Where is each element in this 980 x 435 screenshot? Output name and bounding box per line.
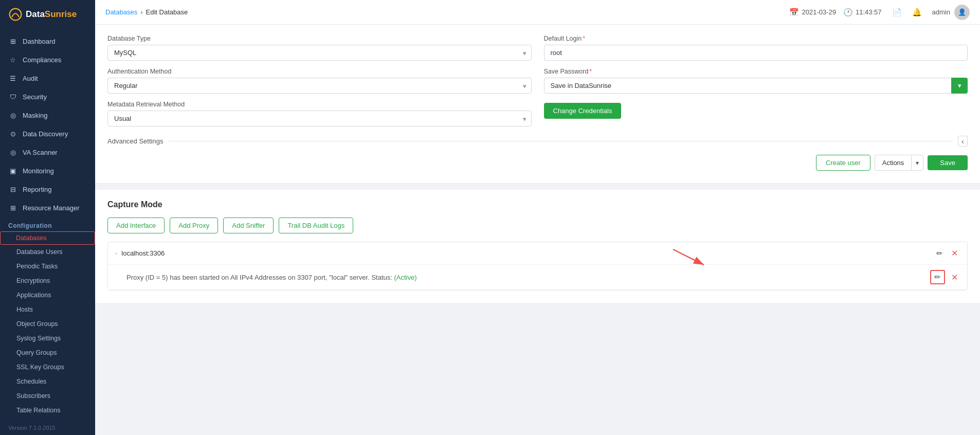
default-login-label: Default Login*: [544, 35, 968, 42]
add-sniffer-button[interactable]: Add Sniffer: [223, 218, 274, 233]
sidebar-item-object-groups[interactable]: Object Groups: [0, 317, 95, 331]
auth-method-group: Authentication Method Regular ▾: [107, 68, 532, 94]
actions-button[interactable]: Actions: [875, 155, 912, 171]
capture-buttons-row: Add Interface Add Proxy Add Sniffer Trai…: [107, 218, 968, 233]
date-item: 📅 2021-03-29: [789, 8, 836, 17]
sidebar-item-audit[interactable]: ☰ Audit: [0, 69, 95, 87]
save-button[interactable]: Save: [928, 155, 968, 170]
topbar-right: 📅 2021-03-29 🕐 11:43:57 📄 🔔 admin 👤: [789, 5, 970, 20]
add-interface-button[interactable]: Add Interface: [107, 218, 165, 233]
server-edit-button[interactable]: ✏: [934, 248, 945, 259]
document-icon[interactable]: 📄: [892, 8, 902, 17]
metadata-label: Metadata Retrieval Method: [107, 101, 532, 108]
sidebar-item-schedules[interactable]: Schedules: [0, 374, 95, 389]
db-type-select[interactable]: MySQL: [107, 45, 532, 61]
sidebar-nav: ⊞ Dashboard ☆ Compliances ☰ Audit 🛡 Secu…: [0, 29, 95, 421]
admin-label: admin: [932, 8, 950, 16]
save-password-select-wrap: Save in DataSunrise ▾: [544, 78, 968, 94]
admin-area[interactable]: admin 👤: [932, 5, 970, 20]
sidebar-item-label: Reporting: [23, 186, 51, 193]
collapse-icon[interactable]: ▫: [115, 250, 117, 257]
proxy-edit-button[interactable]: ✏: [930, 270, 945, 284]
server-row-actions: ✏ ✕: [934, 247, 960, 259]
trail-db-button[interactable]: Trail DB Audit Logs: [279, 218, 353, 233]
capture-mode-title: Capture Mode: [107, 200, 968, 209]
sidebar-item-label: VA Scanner: [23, 149, 58, 156]
sidebar-item-label: Compliances: [23, 56, 61, 64]
sidebar-item-va-scanner[interactable]: ◎ VA Scanner: [0, 143, 95, 161]
date-label: 2021-03-29: [802, 8, 836, 16]
sidebar-item-dashboard[interactable]: ⊞ Dashboard: [0, 32, 95, 50]
sidebar-item-label: Monitoring: [23, 167, 54, 175]
breadcrumb-databases[interactable]: Databases: [105, 8, 137, 16]
bell-icon[interactable]: 🔔: [912, 8, 922, 17]
sidebar-item-periodic-tasks[interactable]: Periodic Tasks: [0, 259, 95, 274]
create-user-button[interactable]: Create user: [816, 155, 870, 171]
add-proxy-button[interactable]: Add Proxy: [170, 218, 218, 233]
sidebar-item-label: Dashboard: [23, 38, 56, 45]
save-password-group: Save Password* Save in DataSunrise ▾: [544, 68, 968, 94]
breadcrumb: Databases › Edit Database: [105, 8, 188, 16]
sidebar-item-databases[interactable]: Databases: [0, 231, 95, 245]
advanced-settings-line: [168, 141, 953, 141]
default-login-input[interactable]: [544, 45, 968, 61]
proxy-detail-left: Proxy (ID = 5) has been started on All I…: [126, 274, 417, 281]
sidebar-item-monitoring[interactable]: ▣ Monitoring: [0, 161, 95, 180]
avatar: 👤: [954, 5, 970, 20]
proxy-row: Proxy (ID = 5) has been started on All I…: [108, 265, 967, 290]
sidebar-item-masking[interactable]: ◎ Masking: [0, 106, 95, 124]
sidebar-item-subscribers[interactable]: Subscribers: [0, 389, 95, 403]
auth-method-label: Authentication Method: [107, 68, 532, 75]
configuration-section-label: Configuration: [0, 217, 95, 231]
logo-icon: [8, 7, 23, 22]
calendar-icon: 📅: [789, 8, 799, 17]
sidebar-item-ssl-key-groups[interactable]: SSL Key Groups: [0, 360, 95, 374]
sidebar-item-data-discovery[interactable]: ⊙ Data Discovery: [0, 124, 95, 143]
save-password-label: Save Password*: [544, 68, 968, 75]
change-credentials-button[interactable]: Change Credentials: [544, 103, 622, 119]
sidebar-item-security[interactable]: 🛡 Security: [0, 87, 95, 106]
time-item: 🕐 11:43:57: [843, 8, 882, 17]
sidebar-item-encryptions[interactable]: Encryptions: [0, 274, 95, 288]
sidebar-item-syslog-settings[interactable]: Syslog Settings: [0, 331, 95, 346]
metadata-select[interactable]: Usual: [107, 111, 532, 126]
edit-database-panel: Database Type MySQL ▾ Authentication Met…: [95, 25, 980, 184]
advanced-settings-label: Advanced Settings: [107, 137, 163, 145]
form-grid: Database Type MySQL ▾ Authentication Met…: [107, 35, 968, 126]
va-scanner-icon: ◎: [8, 148, 17, 157]
actions-button-group: Actions ▾: [875, 155, 924, 171]
metadata-select-wrap: Usual ▾: [107, 111, 532, 126]
logo: DataSunrise: [0, 0, 95, 29]
sidebar-item-compliances[interactable]: ☆ Compliances: [0, 50, 95, 69]
form-left: Database Type MySQL ▾ Authentication Met…: [107, 35, 532, 126]
sidebar-item-label: Masking: [23, 112, 47, 119]
db-type-group: Database Type MySQL ▾: [107, 35, 532, 61]
security-icon: 🛡: [8, 92, 17, 101]
sidebar-item-database-users[interactable]: Database Users: [0, 245, 95, 259]
capture-mode-panel: Capture Mode Add Interface Add Proxy Add…: [95, 190, 980, 303]
sidebar-item-resource-manager[interactable]: ⊞ Resource Manager: [0, 198, 95, 217]
advanced-settings-row: Advanced Settings ‹: [107, 136, 968, 147]
proxy-delete-button[interactable]: ✕: [949, 271, 960, 283]
content-area: Database Type MySQL ▾ Authentication Met…: [95, 25, 980, 435]
sidebar-item-query-groups[interactable]: Query Groups: [0, 346, 95, 360]
version-label: Version 7.1.0.2015: [0, 421, 95, 435]
sidebar-item-table-relations[interactable]: Table Relations: [0, 403, 95, 418]
sidebar-item-applications[interactable]: Applications: [0, 288, 95, 302]
clock-icon: 🕐: [843, 8, 853, 17]
resource-manager-icon: ⊞: [8, 203, 17, 212]
dashboard-icon: ⊞: [8, 37, 17, 46]
actions-caret-button[interactable]: ▾: [911, 155, 923, 171]
sidebar-item-label: Data Discovery: [23, 130, 68, 138]
change-credentials-area: Change Credentials: [544, 101, 968, 119]
server-name: localhost:3306: [121, 249, 165, 257]
save-password-select[interactable]: Save in DataSunrise: [544, 78, 968, 94]
logo-sunrise: Sunrise: [45, 9, 77, 19]
sidebar-item-hosts[interactable]: Hosts: [0, 302, 95, 317]
audit-icon: ☰: [8, 74, 17, 83]
sidebar-item-label: Audit: [23, 75, 38, 82]
auth-method-select[interactable]: Regular: [107, 78, 532, 94]
advanced-settings-toggle[interactable]: ‹: [958, 136, 968, 147]
sidebar-item-reporting[interactable]: ⊟ Reporting: [0, 180, 95, 198]
server-delete-button[interactable]: ✕: [949, 247, 960, 259]
